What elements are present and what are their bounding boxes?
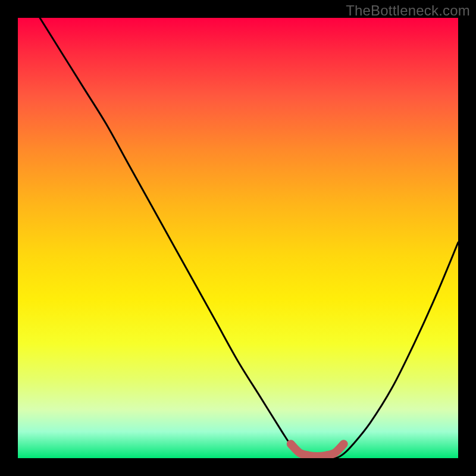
watermark-text: TheBottleneck.com (346, 2, 470, 19)
bottleneck-curve-path (40, 18, 458, 458)
plot-area (18, 18, 458, 458)
optimal-range-hump (291, 444, 344, 456)
chart-frame: TheBottleneck.com (0, 0, 476, 476)
chart-svg (18, 18, 458, 458)
